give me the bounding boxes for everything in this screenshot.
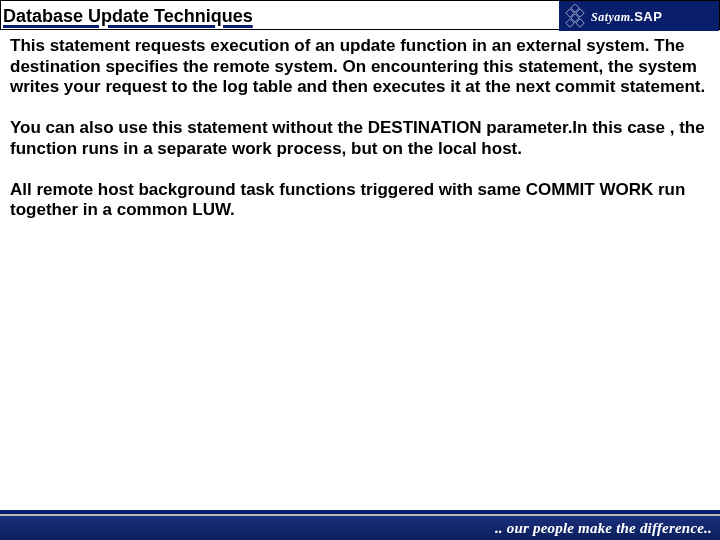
slide: Database Update Techniques Satyam.SAP <box>0 0 720 540</box>
brand-satyam: Satyam.SAP <box>591 7 662 25</box>
footer-main: .. our people make the difference.. <box>0 516 720 540</box>
page-title: Database Update Techniques <box>1 4 257 27</box>
brand-sap-text: SAP <box>634 9 662 24</box>
paragraph-1: This statement requests execution of an … <box>10 36 710 98</box>
logo-band: Satyam.SAP <box>559 1 719 31</box>
paragraph-3: All remote host background task function… <box>10 180 710 221</box>
header-bar: Database Update Techniques Satyam.SAP <box>0 0 720 30</box>
brand-satyam-text: Satyam <box>591 10 631 24</box>
paragraph-2: You can also use this statement without … <box>10 118 710 159</box>
footer-tagline: .. our people make the difference.. <box>495 520 712 537</box>
body-content: This statement requests execution of an … <box>10 36 710 241</box>
footer-bar: .. our people make the difference.. <box>0 510 720 540</box>
satyam-logo-icon <box>563 4 587 28</box>
title-container: Database Update Techniques <box>1 1 257 29</box>
